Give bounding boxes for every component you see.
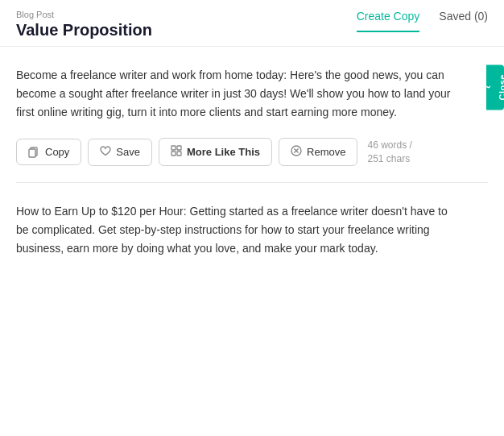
breadcrumb: Blog Post	[16, 10, 152, 19]
save-button-label: Save	[116, 146, 140, 158]
remove-button-label: Remove	[307, 146, 345, 158]
header-left: Blog Post Value Proposition	[16, 10, 152, 46]
copy-card-2: How to Earn Up to $120 per Hour: Getting…	[16, 183, 488, 274]
copy-button[interactable]: Copy	[16, 139, 81, 165]
close-label: Close	[498, 74, 504, 100]
svg-rect-1	[29, 149, 35, 157]
x-circle-icon	[291, 145, 302, 159]
header-tabs: Create Copy Saved (0)	[357, 10, 488, 32]
char-count-value: 251 chars	[367, 153, 410, 164]
remove-button[interactable]: Remove	[279, 138, 357, 166]
grid-icon	[171, 145, 182, 159]
close-sidebar-button[interactable]: › Close	[486, 64, 504, 110]
tab-saved[interactable]: Saved (0)	[439, 10, 488, 32]
more-like-this-button[interactable]: More Like This	[159, 138, 272, 166]
copy-text-1: Become a freelance writer and work from …	[16, 66, 451, 122]
svg-rect-3	[177, 146, 181, 150]
close-arrow-icon: ›	[483, 85, 494, 89]
word-char-count: 46 words / 251 chars	[367, 139, 411, 166]
copy-card-1: Become a freelance writer and work from …	[16, 47, 488, 183]
save-button[interactable]: Save	[88, 139, 152, 166]
copy-text-2: How to Earn Up to $120 per Hour: Getting…	[16, 202, 451, 258]
svg-rect-5	[177, 152, 181, 156]
action-row-1: Copy Save	[16, 138, 488, 166]
tab-create-copy[interactable]: Create Copy	[357, 10, 420, 32]
copy-icon	[28, 147, 39, 158]
word-count-value: 46 words /	[367, 139, 411, 151]
copy-button-label: Copy	[45, 146, 69, 158]
heart-icon	[100, 146, 111, 159]
page-title: Value Proposition	[16, 21, 152, 39]
svg-rect-2	[171, 146, 176, 150]
content-area: Become a freelance writer and work from …	[0, 47, 504, 275]
header: Blog Post Value Proposition Create Copy …	[0, 0, 504, 47]
more-like-this-label: More Like This	[187, 146, 260, 158]
svg-rect-4	[171, 152, 176, 156]
